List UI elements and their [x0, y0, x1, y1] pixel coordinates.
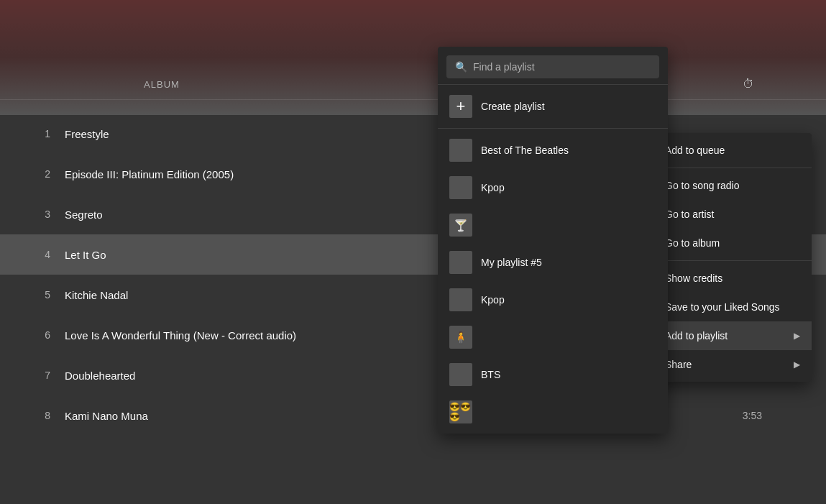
- context-menu-go-to-song-radio[interactable]: Go to song radio: [653, 171, 812, 200]
- playlist-thumbnail: [449, 288, 472, 311]
- add-to-playlist-label: Add to playlist: [665, 330, 728, 342]
- add-to-queue-label: Add to queue: [665, 145, 725, 156]
- context-menu: Add to queue Go to song radio Go to arti…: [653, 133, 812, 382]
- playlist-divider: [438, 128, 668, 129]
- main-content: Album ⏱ 1 Freestyle ••• 2 Episode III: P…: [0, 0, 826, 504]
- list-item[interactable]: Kpop: [438, 169, 668, 206]
- list-item[interactable]: 😎😎😎: [438, 393, 668, 431]
- playlist-search-container: 🔍: [446, 55, 659, 78]
- context-menu-go-to-artist[interactable]: Go to artist: [653, 200, 812, 229]
- clock-icon: ⏱: [743, 78, 754, 90]
- playlist-divider: [438, 84, 668, 85]
- chevron-right-icon: ▶: [794, 331, 800, 341]
- playlist-thumbnail: [449, 363, 472, 386]
- list-item[interactable]: My playlist #5: [438, 244, 668, 281]
- list-item[interactable]: Best of The Beatles: [438, 132, 668, 169]
- go-to-album-label: Go to album: [665, 237, 720, 249]
- playlist-thumbnail: 🧍: [449, 326, 472, 349]
- list-item[interactable]: Kpop: [438, 281, 668, 319]
- context-menu-share[interactable]: Share ▶: [653, 350, 812, 379]
- track-number: 4: [29, 249, 50, 260]
- save-liked-label: Save to your Liked Songs: [665, 301, 780, 313]
- track-number: 1: [29, 128, 50, 139]
- chevron-right-icon: ▶: [794, 359, 800, 370]
- context-menu-add-to-playlist[interactable]: Add to playlist ▶: [653, 321, 812, 350]
- context-menu-divider: [653, 168, 812, 168]
- list-item[interactable]: 🧍: [438, 319, 668, 356]
- show-credits-label: Show credits: [665, 272, 722, 284]
- list-item[interactable]: BTS: [438, 356, 668, 393]
- playlist-submenu: 🔍 + Create playlist Best of The Beatles …: [438, 47, 668, 434]
- playlist-thumbnail: [449, 251, 472, 274]
- track-number: 6: [29, 329, 50, 341]
- playlist-name: Kpop: [481, 182, 505, 193]
- context-menu-divider: [653, 260, 812, 261]
- list-item[interactable]: 🍸: [438, 206, 668, 244]
- context-menu-go-to-album[interactable]: Go to album: [653, 229, 812, 257]
- playlist-name: My playlist #5: [481, 257, 542, 268]
- playlist-thumbnail: [449, 139, 472, 162]
- playlist-thumbnail: 😎😎😎: [449, 400, 472, 423]
- go-to-song-radio-label: Go to song radio: [665, 180, 740, 191]
- playlist-thumbnail: 🍸: [449, 214, 472, 237]
- share-label: Share: [665, 359, 692, 370]
- column-album-label: Album: [144, 79, 180, 90]
- playlist-thumbnail: [449, 176, 472, 199]
- playlist-name: BTS: [481, 369, 500, 380]
- search-icon: 🔍: [455, 61, 467, 73]
- list-item-create-playlist[interactable]: + Create playlist: [438, 88, 668, 125]
- column-header-row: Album ⏱: [0, 78, 826, 100]
- track-number: 7: [29, 370, 50, 381]
- plus-icon: +: [449, 95, 472, 118]
- track-number: 2: [29, 168, 50, 180]
- context-menu-save-liked[interactable]: Save to your Liked Songs: [653, 293, 812, 321]
- track-number: 8: [29, 410, 50, 421]
- track-number: 5: [29, 289, 50, 301]
- track-duration: 3:53: [743, 410, 762, 421]
- table-row[interactable]: 8 Kami Nano Muna 3:53 •••: [0, 395, 826, 436]
- go-to-artist-label: Go to artist: [665, 209, 714, 220]
- playlist-name: Kpop: [481, 294, 505, 306]
- context-menu-add-to-queue[interactable]: Add to queue: [653, 136, 812, 165]
- create-playlist-label: Create playlist: [481, 101, 545, 112]
- column-duration-icon: ⏱: [743, 78, 754, 91]
- track-number: 3: [29, 209, 50, 220]
- context-menu-show-credits[interactable]: Show credits: [653, 264, 812, 293]
- search-input[interactable]: [473, 61, 651, 73]
- playlist-name: Best of The Beatles: [481, 145, 569, 156]
